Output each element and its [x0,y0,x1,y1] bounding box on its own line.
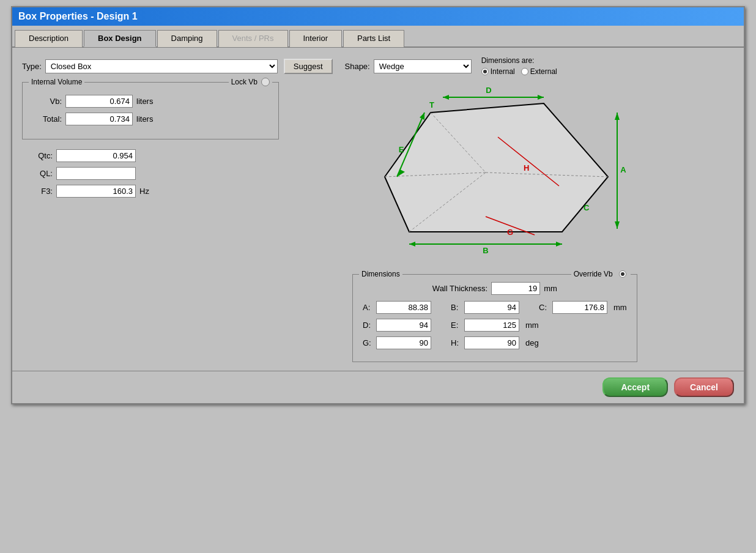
lock-vb-label: Lock Vb [231,78,258,86]
a-label: A [620,165,626,174]
override-vb-radio[interactable] [619,270,626,278]
dimensions-are-label: Dimensions are: [481,56,557,65]
wall-thickness-row: Wall Thickness: mm [363,282,627,295]
f3-unit: Hz [139,187,149,196]
h-label-dim: H: [451,338,461,347]
wedge-body [385,103,608,232]
main-area: Internal Volume Lock Vb Vb: liters Total… [22,82,734,362]
total-input[interactable] [65,113,133,125]
external-radio-dot [521,68,528,75]
lock-vb-container: Lock Vb [229,78,272,86]
window-title: Box Properties - Design 1 [18,11,138,21]
dimensions-title: Dimensions [359,270,402,278]
d-label-dim: D: [363,321,372,330]
tab-vents-prs: Vents / PRs [218,30,288,47]
b-input[interactable] [464,301,519,314]
external-label: External [530,67,557,76]
external-radio[interactable]: External [521,67,557,76]
c-unit: mm [613,303,627,312]
e-input[interactable] [464,319,519,332]
type-label: Type: [22,62,42,71]
g-text-label: G [507,228,513,237]
ql-row: QL: [22,167,340,180]
h-text-label: H [524,163,529,173]
params-section: Qtc: QL: F3: Hz [22,149,340,198]
f3-row: F3: Hz [22,185,340,198]
f3-label: F3: [22,187,53,196]
b-arrow-right [556,242,562,247]
wall-thickness-label: Wall Thickness: [432,284,487,293]
vb-label: Vb: [31,97,62,106]
accept-button[interactable]: Accept [602,377,668,397]
total-row: Total: liters [31,113,270,125]
total-label: Total: [31,114,62,124]
wall-thickness-unit: mm [544,284,557,293]
a-arrow-bottom [615,221,620,229]
qtc-label: Qtc: [22,151,53,160]
e-unit: mm [525,321,539,330]
c-input[interactable] [552,301,607,314]
b-label: B: [451,303,461,312]
gh-unit: deg [525,338,539,347]
de-row: D: E: mm [363,319,627,332]
vb-row: Vb: liters [31,95,270,108]
internal-volume-group: Internal Volume Lock Vb Vb: liters Total… [22,82,279,139]
e-label-dim: E: [451,321,461,330]
tab-bar: Description Box Design Damping Vents / P… [12,26,744,48]
dimensions-group: Dimensions Override Vb Wall Thickness: m… [352,274,637,362]
tab-box-design[interactable]: Box Design [84,30,156,47]
tab-parts-list[interactable]: Parts List [343,30,404,47]
internal-volume-title: Internal Volume [29,78,84,86]
a-arrow-top [615,113,620,120]
tab-description[interactable]: Description [15,30,83,47]
a-label: A: [363,303,372,312]
t-label: T [429,100,434,109]
wedge-svg: D A B [363,82,626,259]
shape-select[interactable]: Wedge [374,59,472,73]
footer: Accept Cancel [12,371,744,403]
vb-input[interactable] [65,95,133,108]
tab-interior[interactable]: Interior [289,30,342,47]
type-select[interactable]: Closed Box [45,59,278,73]
total-unit: liters [136,114,153,124]
c-label: C [584,203,590,212]
qtc-input[interactable] [56,149,136,162]
lock-vb-checkbox[interactable] [261,78,270,86]
title-bar: Box Properties - Design 1 [12,7,744,26]
d-label: D [486,86,491,95]
suggest-button[interactable]: Suggest [284,59,333,74]
d-arrow-left [443,95,449,100]
gh-row: G: H: deg [363,336,627,349]
internal-label: Internal [491,67,515,76]
top-controls-row: Type: Closed Box Suggest Shape: Wedge Di… [22,56,734,76]
b-arrow-left [409,242,415,247]
a-input[interactable] [376,301,431,314]
cancel-button[interactable]: Cancel [674,377,734,397]
ql-input[interactable] [56,167,136,180]
g-input[interactable] [376,336,431,349]
internal-radio-dot [481,68,489,75]
h-input[interactable] [464,336,519,349]
content-area: Type: Closed Box Suggest Shape: Wedge Di… [12,48,744,371]
qtc-row: Qtc: [22,149,340,162]
dimensions-are-section: Dimensions are: Internal External [481,56,557,76]
b-label: B [483,246,488,255]
f3-input[interactable] [56,185,136,198]
g-label-dim: G: [363,338,372,347]
override-vb-container: Override Vb [571,270,631,278]
wall-thickness-input[interactable] [491,282,540,295]
c-label-dim: C: [539,303,549,312]
vb-unit: liters [136,97,153,106]
override-vb-label: Override Vb [574,270,613,278]
ql-label: QL: [22,169,53,178]
abc-row: A: B: C: mm [363,301,627,314]
e-label: E [398,145,404,154]
tab-damping[interactable]: Damping [157,30,217,47]
shape-label: Shape: [345,62,370,71]
d-arrow-right [538,95,544,100]
wedge-diagram: D A B [363,82,626,265]
internal-radio[interactable]: Internal [481,67,515,76]
left-panel: Internal Volume Lock Vb Vb: liters Total… [22,82,340,362]
d-input[interactable] [376,319,431,332]
right-panel: D A B [352,82,637,362]
